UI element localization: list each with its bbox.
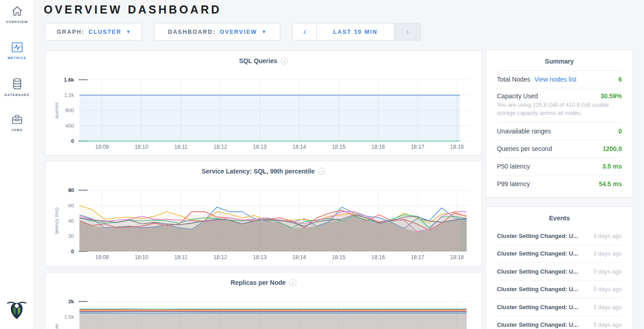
svg-text:18:10: 18:10 <box>134 254 148 260</box>
sidebar-item-label: DATABASES <box>5 93 29 97</box>
svg-text:18:16: 18:16 <box>371 254 385 260</box>
svg-text:20: 20 <box>68 233 74 239</box>
svg-text:18:10: 18:10 <box>134 144 148 150</box>
svg-text:18:12: 18:12 <box>213 144 227 150</box>
graph-dropdown-label: GRAPH: <box>57 29 84 35</box>
svg-text:2k: 2k <box>68 299 74 304</box>
summary-title: Summary <box>497 50 622 70</box>
svg-text:18:18: 18:18 <box>450 254 464 260</box>
service-latency-panel: Service Latency: SQL, 99th percentile i … <box>45 161 482 267</box>
app-root: OVERVIEW METRICS DATABASES JO <box>0 0 644 329</box>
event-row: Cluster Setting Changed: U... 3 days ago <box>497 263 622 281</box>
capacity-subtext: You are using 125.6 GiB of 410.6 GiB usa… <box>497 101 622 117</box>
svg-text:18:11: 18:11 <box>174 254 187 260</box>
summary-row-total-nodes: Total Nodes View nodes list 6 <box>497 70 622 88</box>
svg-text:800: 800 <box>65 108 74 113</box>
time-next-button[interactable]: › <box>394 23 421 40</box>
svg-text:18:12: 18:12 <box>213 254 227 260</box>
event-time: 3 days ago <box>588 268 622 275</box>
service-latency-chart: 18:0918:1018:1118:1218:1318:1418:1518:16… <box>46 161 482 266</box>
summary-value: 6 <box>618 76 622 83</box>
sidebar-item-jobs[interactable]: JOBS <box>0 114 34 132</box>
event-row: Cluster Setting Changed: U... 3 days ago <box>497 281 622 299</box>
graph-dropdown-value: CLUSTER <box>88 29 121 35</box>
summary-value: 3.5 ms <box>602 163 622 170</box>
page-title: OVERVIEW DASHBOARD <box>44 3 222 16</box>
summary-row-qps: Queries per second 1200.0 <box>497 140 622 157</box>
event-row: Cluster Setting Changed: U... 3 days ago <box>497 227 622 245</box>
summary-label: P50 latency <box>497 163 530 170</box>
database-icon <box>11 78 23 90</box>
summary-label: Unavailable ranges <box>497 128 551 135</box>
event-time: 3 days ago <box>588 321 622 328</box>
view-nodes-list-link[interactable]: View nodes list <box>534 76 576 83</box>
replicas-per-node-chart: 18:0918:1018:1118:1218:1318:1418:1518:16… <box>46 273 482 329</box>
event-text: Cluster Setting Changed: U... <box>497 321 578 328</box>
summary-value: 0 <box>618 128 622 135</box>
sidebar-item-databases[interactable]: DATABASES <box>0 78 34 97</box>
chevron-down-icon: ▼ <box>262 29 266 34</box>
svg-text:1.5k: 1.5k <box>64 314 74 320</box>
svg-text:18:17: 18:17 <box>411 144 424 150</box>
svg-text:1.6k: 1.6k <box>64 77 74 82</box>
svg-text:18:14: 18:14 <box>292 254 306 260</box>
summary-row-p99: P99 latency 54.5 ms <box>497 175 622 192</box>
time-range-selector: ‹ LAST 10 MIN › <box>292 23 421 41</box>
summary-row-unavailable-ranges: Unavailable ranges 0 <box>497 122 622 140</box>
dashboard-dropdown-value: OVERVIEW <box>220 29 257 35</box>
metrics-icon <box>11 41 23 53</box>
svg-text:replicas: replicas <box>54 324 59 329</box>
svg-text:18:11: 18:11 <box>174 144 187 150</box>
svg-text:18:13: 18:13 <box>253 144 267 150</box>
event-text: Cluster Setting Changed: U... <box>497 250 578 257</box>
dashboard-dropdown[interactable]: DASHBOARD: OVERVIEW ▼ <box>154 23 280 41</box>
briefcase-icon <box>11 114 23 125</box>
events-title: Events <box>497 207 622 227</box>
event-time: 3 days ago <box>588 286 622 292</box>
chevron-right-icon: › <box>406 27 409 37</box>
summary-label: P99 latency <box>497 180 530 187</box>
svg-text:400: 400 <box>65 123 74 128</box>
summary-label: Queries per second <box>497 145 552 152</box>
svg-text:60: 60 <box>68 203 74 208</box>
svg-text:18:09: 18:09 <box>95 254 109 260</box>
event-time: 3 days ago <box>588 233 622 239</box>
event-row: Cluster Setting Changed: U... 3 days ago <box>497 316 622 329</box>
svg-text:18:09: 18:09 <box>95 144 109 150</box>
replicas-per-node-panel: Replicas per Node i 18:0918:1018:1118:12… <box>45 272 482 329</box>
event-text: Cluster Setting Changed: U... <box>497 233 578 239</box>
svg-text:40: 40 <box>68 218 74 224</box>
svg-text:18:15: 18:15 <box>332 144 345 150</box>
chevron-left-icon: ‹ <box>303 27 306 37</box>
svg-text:18:14: 18:14 <box>292 144 306 150</box>
event-text: Cluster Setting Changed: U... <box>497 304 578 311</box>
graph-dropdown[interactable]: GRAPH: CLUSTER ▼ <box>45 23 142 41</box>
sql-queries-panel: SQL Queries i 18:0918:1018:1118:1218:131… <box>45 50 482 155</box>
summary-label: Total Nodes <box>497 76 530 83</box>
sidebar: OVERVIEW METRICS DATABASES JO <box>0 0 34 329</box>
summary-value: 1200.0 <box>602 145 622 152</box>
svg-text:18:17: 18:17 <box>411 254 424 260</box>
sidebar-item-label: METRICS <box>8 56 26 60</box>
sidebar-item-metrics[interactable]: METRICS <box>0 41 34 60</box>
summary-row-p50: P50 latency 3.5 ms <box>497 157 622 175</box>
svg-text:0: 0 <box>71 249 74 254</box>
summary-label: Capacity Used <box>497 92 538 100</box>
dashboard-dropdown-label: DASHBOARD: <box>168 29 215 35</box>
svg-text:18:15: 18:15 <box>332 254 345 260</box>
event-time: 3 days ago <box>588 250 622 257</box>
cockroachdb-logo <box>6 297 27 321</box>
chevron-down-icon: ▼ <box>126 29 130 34</box>
event-row: Cluster Setting Changed: U... 3 days ago <box>497 298 622 316</box>
summary-panel: Summary Total Nodes View nodes list 6 Ca… <box>486 50 633 197</box>
svg-text:1.2k: 1.2k <box>64 92 74 98</box>
sidebar-item-label: OVERVIEW <box>6 20 28 24</box>
event-row: Cluster Setting Changed: U... 3 days ago <box>497 245 622 263</box>
sidebar-item-overview[interactable]: OVERVIEW <box>0 5 34 24</box>
time-prev-button[interactable]: ‹ <box>293 23 316 40</box>
time-range-button[interactable]: LAST 10 MIN <box>316 23 394 40</box>
svg-text:80: 80 <box>68 187 74 193</box>
events-panel: Events Cluster Setting Changed: U... 3 d… <box>486 206 633 329</box>
sidebar-item-label: JOBS <box>11 128 23 132</box>
home-icon <box>11 5 23 17</box>
